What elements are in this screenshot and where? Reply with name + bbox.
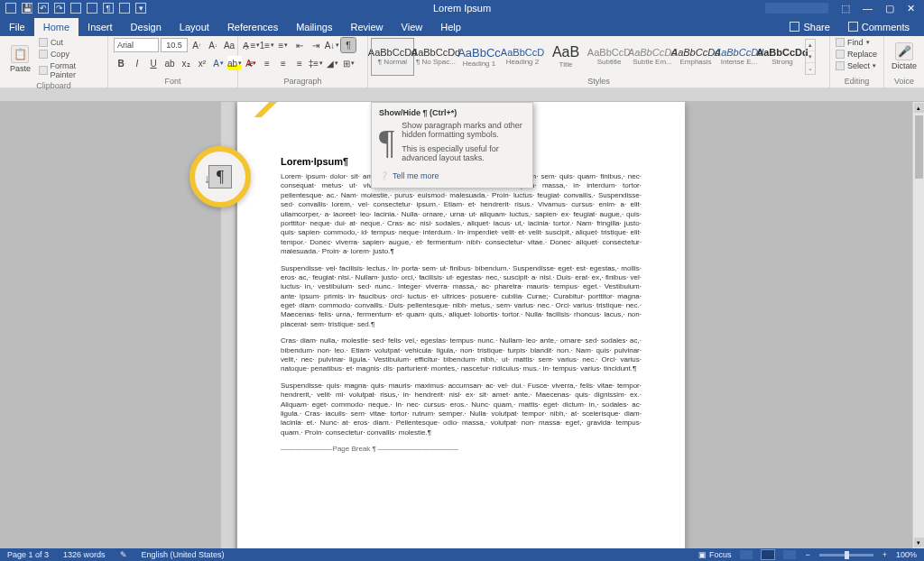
tab-review[interactable]: Review (342, 18, 393, 36)
tab-references[interactable]: References (218, 18, 287, 36)
numbering-button[interactable]: 1≡ (260, 38, 274, 52)
bullets-button[interactable]: ⋮≡ (244, 38, 258, 52)
shrink-font-button[interactable]: A↓ (206, 38, 220, 52)
tell-me-more-link[interactable]: Tell me more (379, 171, 525, 180)
shading-button[interactable]: ◢ (325, 56, 339, 70)
style-subtitle[interactable]: AaBbCcDSubtitle (588, 39, 630, 75)
tab-home[interactable]: Home (34, 18, 79, 36)
font-name-combo[interactable]: Arial (114, 38, 159, 52)
gallery-down-icon[interactable]: ▾ (806, 51, 815, 63)
replace-button[interactable]: Replace (836, 50, 877, 59)
horizontal-ruler[interactable] (0, 88, 924, 102)
word-count[interactable]: 1326 words (63, 550, 106, 559)
ribbon-options-icon[interactable]: ⬚ (841, 3, 850, 14)
italic-button[interactable]: I (130, 56, 144, 70)
zoom-out-button[interactable]: − (805, 550, 809, 559)
style-subtle-emphasis[interactable]: AaBbCcDdSubtle Em... (632, 39, 673, 75)
select-label: Select (847, 61, 870, 70)
zoom-slider[interactable] (819, 554, 873, 556)
select-button[interactable]: Select▾ (836, 61, 876, 70)
subscript-button[interactable]: x₂ (179, 56, 193, 70)
read-mode-button[interactable] (740, 550, 753, 559)
font-size-combo[interactable]: 10.5 (161, 38, 188, 52)
align-right-button[interactable]: ≡ (276, 56, 291, 70)
gallery-up-icon[interactable]: ▴ (806, 40, 815, 51)
scroll-up-icon[interactable]: ▴ (914, 103, 924, 113)
comments-button[interactable]: Comments (839, 18, 919, 36)
decrease-indent-button[interactable]: ⇤ (292, 38, 307, 52)
style-no-spacing[interactable]: AaBbCcDd¶ No Spac... (415, 39, 457, 75)
tab-file[interactable]: File (0, 18, 34, 36)
bold-button[interactable]: B (114, 56, 128, 70)
focus-mode-button[interactable]: ▣ Focus (698, 550, 731, 559)
styles-gallery[interactable]: AaBbCcDd¶ Normal AaBbCcDd¶ No Spac... Aa… (372, 39, 816, 75)
justify-button[interactable]: ≡ (292, 56, 307, 70)
qat-btn-icon[interactable] (87, 3, 97, 14)
minimize-icon[interactable]: — (863, 3, 873, 14)
align-left-button[interactable]: ≡ (244, 56, 258, 70)
style-normal[interactable]: AaBbCcDd¶ Normal (372, 39, 413, 75)
tab-help[interactable]: Help (431, 18, 470, 36)
multilevel-button[interactable]: ≡ (276, 38, 291, 52)
qat-customize-icon[interactable]: ▾ (135, 3, 146, 14)
share-button[interactable]: Share (781, 18, 838, 36)
superscript-button[interactable]: x² (195, 56, 209, 70)
dictate-button[interactable]: 🎤 Dictate (890, 42, 919, 70)
style-intense-emphasis[interactable]: AaBbCcDdIntense E... (718, 39, 760, 75)
gallery-more-icon[interactable]: ⌄ (806, 63, 815, 74)
text-effects-button[interactable]: A (211, 56, 226, 70)
align-center-button[interactable]: ≡ (260, 56, 274, 70)
spellcheck-icon[interactable]: ✎ (120, 550, 127, 559)
zoom-knob[interactable] (845, 551, 849, 559)
style-strong[interactable]: AaBbCcDdStrong (762, 39, 803, 75)
zoom-level[interactable]: 100% (896, 550, 917, 559)
qat-btn-icon[interactable] (119, 3, 130, 14)
undo-icon[interactable]: ↶ (38, 3, 49, 14)
gallery-scroll[interactable]: ▴▾⌄ (805, 39, 816, 75)
style-title[interactable]: AaBTitle (545, 39, 587, 75)
copy-label: Copy (51, 50, 69, 59)
sort-button[interactable]: A↓ (325, 38, 339, 52)
paste-button[interactable]: 📋 Paste (5, 45, 35, 73)
qat-btn-icon[interactable] (70, 3, 81, 14)
tooltip-line: Show paragraph marks and other hidden fo… (402, 121, 525, 139)
scroll-thumb[interactable] (915, 115, 923, 179)
copy-button[interactable]: Copy (39, 50, 102, 59)
print-layout-button[interactable] (762, 550, 774, 559)
close-icon[interactable]: ✕ (907, 3, 915, 14)
style-emphasis[interactable]: AaBbCcDdEmphasis (675, 39, 716, 75)
web-layout-button[interactable] (783, 550, 796, 559)
find-button[interactable]: Find▾ (836, 38, 870, 47)
increase-indent-button[interactable]: ⇥ (309, 38, 323, 52)
line-spacing-button[interactable]: ‡≡ (309, 56, 323, 70)
tab-design[interactable]: Design (122, 18, 171, 36)
pilcrow-icon[interactable]: ¶ (103, 3, 114, 14)
language-indicator[interactable]: English (United States) (142, 550, 225, 559)
format-painter-label: Format Painter (51, 61, 102, 79)
redo-icon[interactable]: ↷ (54, 3, 65, 14)
format-painter-button[interactable]: Format Painter (39, 61, 102, 79)
doc-paragraph: Suspendisse· vel· facilisis· lectus.· In… (281, 264, 642, 330)
tab-layout[interactable]: Layout (171, 18, 218, 36)
callout-circle: ↓ ¶ (189, 146, 251, 207)
cut-button[interactable]: Cut (39, 38, 102, 47)
tab-mailings[interactable]: Mailings (287, 18, 341, 36)
style-heading2[interactable]: AaBbCcDHeading 2 (502, 39, 543, 75)
change-case-button[interactable]: Aa (222, 38, 236, 52)
scroll-down-icon[interactable]: ▾ (914, 538, 924, 547)
vertical-scrollbar[interactable]: ▴ ▾ (912, 102, 924, 548)
show-hide-button[interactable]: ¶ (341, 38, 356, 52)
zoom-in-button[interactable]: + (882, 550, 887, 559)
borders-button[interactable]: ⊞ (341, 56, 356, 70)
grow-font-button[interactable]: A↑ (189, 38, 204, 52)
autosave-icon[interactable] (5, 3, 16, 14)
save-icon[interactable]: 💾 (22, 3, 32, 14)
underline-button[interactable]: U (146, 56, 161, 70)
maximize-icon[interactable]: ▢ (885, 3, 894, 14)
page-indicator[interactable]: Page 1 of 3 (7, 550, 49, 559)
tab-insert[interactable]: Insert (79, 18, 122, 36)
tab-view[interactable]: View (393, 18, 432, 36)
style-heading1[interactable]: AaBbCcHeading 1 (458, 39, 500, 75)
strikethrough-button[interactable]: ab (162, 56, 177, 70)
user-account[interactable] (765, 3, 828, 14)
